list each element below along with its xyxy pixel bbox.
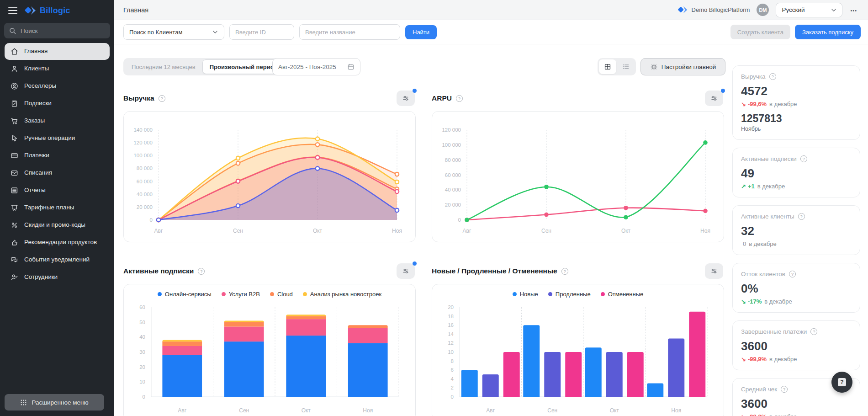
sidebar-item-resellers[interactable]: Реселлеры xyxy=(5,78,110,95)
help-icon[interactable] xyxy=(456,95,463,102)
manual-operations-icon xyxy=(10,134,19,143)
kpi-title: Отток клиентов xyxy=(741,271,785,277)
workspace[interactable]: Demo BillogicPlatform xyxy=(677,5,750,14)
legend-item[interactable]: Новые xyxy=(513,291,538,298)
sidebar-item-tariff-plans[interactable]: Тарифные планы xyxy=(5,199,110,216)
help-icon[interactable] xyxy=(769,73,776,80)
revenue-chart-block: Выручка 020 00040 00060 00080 000100 000… xyxy=(123,90,416,242)
sidebar-item-clients[interactable]: Клиенты xyxy=(5,60,110,77)
legend-item[interactable]: Услуги B2B xyxy=(222,291,260,298)
trend-arrow-icon: ↗ xyxy=(741,183,746,190)
order-subscription-button[interactable]: Заказать подписку xyxy=(795,25,861,39)
search-type-value: Поиск по Клиентам xyxy=(129,29,182,36)
sidebar-item-payments[interactable]: Платежи xyxy=(5,147,110,164)
period-last-12-months[interactable]: Последние 12 месяцев xyxy=(125,59,202,74)
legend-dot-icon xyxy=(222,292,226,296)
legend-item[interactable]: Анализ рынка новостроек xyxy=(303,291,381,298)
help-icon[interactable] xyxy=(789,271,796,277)
help-icon[interactable] xyxy=(198,268,205,275)
svg-text:80 000: 80 000 xyxy=(445,157,461,163)
arpu-chart-block: ARPU 020 00040 00060 00080 000100 000120… xyxy=(432,90,724,242)
help-icon[interactable] xyxy=(781,386,788,393)
sidebar-item-orders[interactable]: Заказы xyxy=(5,112,110,129)
sidebar-item-discounts[interactable]: Скидки и промо-коды xyxy=(5,217,110,234)
svg-text:20: 20 xyxy=(448,304,454,310)
arpu-chart-canvas: 020 00040 00060 00080 000100 000120 000А… xyxy=(432,111,724,242)
billogic-mini-logo-icon xyxy=(677,5,688,14)
chart-settings-button[interactable] xyxy=(705,263,723,279)
svg-text:140 000: 140 000 xyxy=(133,127,153,133)
legend-dot-icon xyxy=(548,292,552,296)
extended-menu-button[interactable]: Расширенное меню xyxy=(5,394,104,411)
list-view-button[interactable] xyxy=(617,59,635,74)
language-select[interactable]: Русский xyxy=(776,3,842,17)
sidebar: Billogic ГлавнаяКлиентыРеселлерыПодписки… xyxy=(0,0,114,416)
chart-settings-button[interactable] xyxy=(705,91,723,106)
clients-icon xyxy=(10,64,19,73)
create-client-button[interactable]: Создать клиента xyxy=(730,25,790,39)
kpi-period: в декабре xyxy=(769,101,797,107)
search-toolbar: Поиск по Клиентам Найти Создать клиента … xyxy=(114,20,868,44)
svg-text:20 000: 20 000 xyxy=(137,204,153,210)
help-icon[interactable] xyxy=(798,213,805,220)
legend-label: Отмененные xyxy=(608,291,644,298)
help-icon[interactable] xyxy=(810,328,817,335)
user-avatar[interactable]: DM xyxy=(757,4,769,16)
dashboard-settings-button[interactable]: Настройки главной xyxy=(640,58,725,75)
search-type-select[interactable]: Поиск по Клиентам xyxy=(123,24,224,40)
sidebar-search[interactable] xyxy=(4,23,110,38)
date-range-field[interactable]: Авг-2025 - Ноя-2025 xyxy=(272,58,360,75)
chart-title: ARPU xyxy=(432,94,452,102)
grid-view-button[interactable] xyxy=(599,59,616,74)
sidebar-item-notification-events[interactable]: События уведомлений xyxy=(5,251,110,268)
legend-item[interactable]: Продленные xyxy=(548,291,591,298)
client-name-input[interactable] xyxy=(299,24,400,40)
sidebar-item-label: Тарифные планы xyxy=(24,204,74,212)
svg-text:Ноя: Ноя xyxy=(392,228,402,234)
support-help-button[interactable] xyxy=(831,372,852,393)
search-input[interactable] xyxy=(21,27,89,34)
chart-header: Новые / Продленные / Отмененные xyxy=(432,263,724,279)
revenue-chart-canvas: 020 00040 00060 00080 000100 000120 0001… xyxy=(123,111,416,242)
trend-arrow-icon: ↘ xyxy=(741,413,746,416)
sidebar-item-employees[interactable]: Сотрудники xyxy=(5,269,110,286)
sidebar-item-home[interactable]: Главная xyxy=(5,43,110,60)
language-value: Русский xyxy=(782,6,804,13)
chart-settings-button[interactable] xyxy=(397,263,415,279)
legend-item[interactable]: Онлайн-сервисы xyxy=(158,291,212,298)
sidebar-item-label: Рекомендации продуктов xyxy=(24,239,97,246)
kpi-delta-value: -17% xyxy=(748,298,762,305)
client-id-input[interactable] xyxy=(229,24,294,40)
svg-text:30: 30 xyxy=(139,349,145,355)
help-icon[interactable] xyxy=(159,95,165,102)
svg-text:8: 8 xyxy=(451,358,454,364)
legend-item[interactable]: Отмененные xyxy=(601,291,644,298)
chart-settings-button[interactable] xyxy=(397,91,415,106)
sidebar-item-subscriptions[interactable]: Подписки xyxy=(5,95,110,112)
svg-text:6: 6 xyxy=(451,367,454,373)
more-options-icon[interactable] xyxy=(849,5,858,15)
billogic-dashboard: Billogic ГлавнаяКлиентыРеселлерыПодписки… xyxy=(0,0,868,416)
search-icon xyxy=(9,27,16,35)
find-button[interactable]: Найти xyxy=(405,25,437,39)
legend-label: Онлайн-сервисы xyxy=(165,291,212,298)
sidebar-item-manual-operations[interactable]: Ручные операции xyxy=(5,130,110,147)
sidebar-item-charges[interactable]: Списания xyxy=(5,165,110,181)
help-icon[interactable] xyxy=(561,268,568,275)
sidebar-item-reports[interactable]: Отчеты xyxy=(5,182,110,199)
kpi-card-churn: Отток клиентов 0% ↘ -17% в декабре xyxy=(732,263,860,313)
sidebar-item-label: Главная xyxy=(24,48,48,55)
kpi-title: Активные клиенты xyxy=(741,213,794,220)
legend-item[interactable]: Cloud xyxy=(270,291,293,298)
kpi-card-revenue: Выручка 4572 ↘ -99,6% в декабре 1257813 … xyxy=(732,65,860,140)
svg-text:Сен: Сен xyxy=(239,407,249,414)
hamburger-menu-icon[interactable] xyxy=(8,7,17,14)
recommendations-icon xyxy=(10,238,19,247)
sidebar-item-recommendations[interactable]: Рекомендации продуктов xyxy=(5,234,110,251)
active-subscriptions-chart-block: Активные подписки Онлайн-сервисыУслуги B… xyxy=(123,263,416,416)
logo[interactable]: Billogic xyxy=(24,5,70,16)
svg-text:Ноя: Ноя xyxy=(363,407,373,414)
help-icon[interactable] xyxy=(800,155,807,162)
svg-text:80 000: 80 000 xyxy=(137,165,153,171)
kpi-secondary-value: 1257813 xyxy=(741,112,852,125)
